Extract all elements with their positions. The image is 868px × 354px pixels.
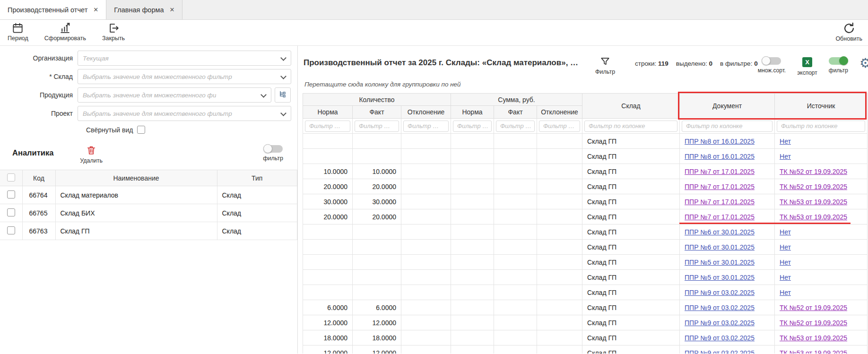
chevron-down-icon[interactable]: [260, 92, 267, 98]
quantity-group-header[interactable]: Количество: [303, 94, 451, 106]
document-link[interactable]: ППР №5 от 30.01.2025: [685, 259, 755, 266]
source-link[interactable]: Нет: [780, 153, 791, 160]
document-link[interactable]: ППР №7 от 17.01.2025: [685, 198, 755, 206]
document-link[interactable]: ППР №7 от 17.01.2025: [685, 168, 755, 175]
column-filter-input[interactable]: Фильтр …: [539, 121, 580, 132]
close-tab-icon[interactable]: ✕: [93, 6, 98, 13]
qty-fact-header[interactable]: Факт: [353, 106, 401, 119]
report-row[interactable]: Склад ГПППР №5 от 30.01.2025Нет: [303, 270, 868, 285]
document-link[interactable]: ППР №9 от 03.02.2025: [685, 289, 755, 296]
document-link[interactable]: ППР №9 от 03.02.2025: [685, 349, 755, 354]
source-link[interactable]: Нет: [780, 289, 791, 296]
report-row[interactable]: 30.000030.0000Склад ГПППР №7 от 17.01.20…: [303, 194, 868, 209]
column-filter-input[interactable]: Фильтр …: [403, 121, 449, 132]
report-row[interactable]: 18.000018.0000Склад ГПППР №9 от 03.02.20…: [303, 330, 868, 345]
delete-button[interactable]: Удалить: [80, 145, 103, 164]
chevron-down-icon[interactable]: [280, 110, 286, 116]
analytics-row[interactable]: 66765Склад БИХСклад: [0, 204, 297, 222]
column-filter-input[interactable]: Фильтр по колонке: [584, 121, 677, 132]
product-input[interactable]: Выбрать значение для множественного фи: [78, 87, 271, 103]
sum-fact-header[interactable]: Факт: [494, 106, 537, 119]
column-filter-input[interactable]: Фильтр …: [305, 121, 350, 132]
row-checkbox[interactable]: [7, 190, 15, 199]
gear-icon[interactable]: ⚙: [859, 57, 868, 69]
source-link[interactable]: ТК №52 от 19.09.2025: [780, 319, 847, 327]
type-header[interactable]: Тип: [217, 170, 297, 186]
sum-deviation-header[interactable]: Отклонение: [537, 106, 582, 119]
document-link[interactable]: ППР №9 от 03.02.2025: [685, 304, 755, 311]
document-column-header[interactable]: Документ: [680, 94, 775, 119]
column-filter-input[interactable]: Фильтр по колонке: [777, 121, 865, 132]
export-button[interactable]: X экспорт: [797, 57, 817, 76]
document-link[interactable]: ППР №9 от 03.02.2025: [685, 334, 755, 342]
close-tab-icon[interactable]: ✕: [170, 6, 175, 13]
report-row[interactable]: Склад ГПППР №8 от 16.01.2025Нет: [303, 149, 868, 164]
report-row[interactable]: Склад ГПППР №5 от 30.01.2025Нет: [303, 255, 868, 270]
organization-input[interactable]: Текущая: [78, 51, 291, 66]
sum-group-header[interactable]: Сумма, руб.: [451, 94, 582, 106]
source-link[interactable]: ТК №53 от 19.09.2025: [780, 213, 847, 221]
analytics-row[interactable]: 66764Склад материаловСклад: [0, 186, 297, 204]
source-link[interactable]: Нет: [780, 243, 791, 251]
document-link[interactable]: ППР №7 от 17.01.2025: [685, 213, 755, 221]
source-link[interactable]: ТК №53 от 19.09.2025: [780, 349, 847, 354]
warehouse-input[interactable]: Выбрать значение для множественного филь…: [78, 69, 291, 84]
source-link[interactable]: Нет: [780, 138, 791, 145]
hierarchy-select-button[interactable]: [275, 87, 291, 103]
report-row[interactable]: Склад ГПППР №8 от 16.01.2025Нет: [303, 134, 868, 149]
document-link[interactable]: ППР №5 от 30.01.2025: [685, 274, 755, 281]
document-link[interactable]: ППР №6 от 30.01.2025: [685, 228, 755, 236]
report-row[interactable]: 20.000020.0000Склад ГПППР №7 от 17.01.20…: [303, 179, 868, 194]
chevron-down-icon[interactable]: [280, 73, 286, 79]
refresh-button[interactable]: Обновить: [835, 22, 862, 42]
source-link[interactable]: ТК №53 от 19.09.2025: [780, 334, 847, 342]
select-all-checkbox[interactable]: [7, 173, 15, 181]
report-row[interactable]: 12.000012.0000Склад ГПППР №9 от 03.02.20…: [303, 345, 868, 354]
analytics-row[interactable]: 66763Склад ГПСклад: [0, 222, 297, 240]
tab-main-form[interactable]: Главная форма ✕: [106, 0, 182, 19]
collapsed-view-checkbox[interactable]: [137, 126, 145, 134]
report-row[interactable]: 10.000010.0000Склад ГПППР №7 от 17.01.20…: [303, 164, 868, 179]
source-link[interactable]: Нет: [780, 274, 791, 281]
report-row[interactable]: 12.000012.0000Склад ГПППР №9 от 03.02.20…: [303, 315, 868, 330]
column-filter-input[interactable]: Фильтр …: [453, 121, 492, 132]
warehouse-column-header[interactable]: Склад: [582, 94, 680, 119]
document-link[interactable]: ППР №6 от 30.01.2025: [685, 243, 755, 251]
project-input[interactable]: Выбрать значение для множественного филь…: [78, 106, 291, 121]
analytics-filter-toggle[interactable]: [264, 145, 283, 153]
source-link[interactable]: Нет: [780, 228, 791, 236]
report-row[interactable]: 6.00006.0000Склад ГПППР №9 от 03.02.2025…: [303, 300, 868, 315]
row-checkbox[interactable]: [7, 208, 15, 216]
period-button[interactable]: Период: [8, 22, 28, 42]
column-filter-input[interactable]: Фильтр …: [355, 121, 399, 132]
document-link[interactable]: ППР №8 от 16.01.2025: [685, 138, 755, 145]
close-button[interactable]: Закрыть: [102, 22, 125, 42]
chevron-down-icon[interactable]: [280, 55, 286, 61]
code-header[interactable]: Код: [22, 170, 55, 186]
report-row[interactable]: 20.000020.0000Склад ГПППР №7 от 17.01.20…: [303, 209, 868, 224]
filter-toggle[interactable]: [829, 57, 848, 65]
source-link[interactable]: Нет: [780, 259, 791, 266]
sum-norm-header[interactable]: Норма: [451, 106, 494, 119]
document-link[interactable]: ППР №7 от 17.01.2025: [685, 183, 755, 190]
column-filter-input[interactable]: Фильтр по колонке: [682, 121, 773, 132]
report-row[interactable]: Склад ГПППР №6 от 30.01.2025Нет: [303, 224, 868, 240]
source-link[interactable]: ТК №52 от 19.09.2025: [780, 183, 847, 190]
source-link[interactable]: ТК №53 от 19.09.2025: [780, 198, 847, 206]
tab-production-report[interactable]: Производственный отчет ✕: [0, 0, 106, 19]
multisort-toggle[interactable]: [762, 57, 781, 65]
report-row[interactable]: Склад ГПППР №9 от 03.02.2025Нет: [303, 285, 868, 300]
source-link[interactable]: ТК №52 от 19.09.2025: [780, 304, 847, 311]
column-filter-input[interactable]: Фильтр …: [496, 121, 535, 132]
filter-button[interactable]: Фильтр: [595, 53, 615, 75]
source-link[interactable]: ТК №52 от 19.09.2025: [780, 168, 847, 175]
report-row[interactable]: Склад ГПППР №6 от 30.01.2025Нет: [303, 240, 868, 255]
document-link[interactable]: ППР №8 от 16.01.2025: [685, 153, 755, 160]
generate-button[interactable]: Сформировать: [44, 22, 86, 42]
document-link[interactable]: ППР №9 от 03.02.2025: [685, 319, 755, 327]
source-column-header[interactable]: Источник: [775, 94, 868, 119]
name-header[interactable]: Наименование: [55, 170, 217, 186]
qty-deviation-header[interactable]: Отклонение: [401, 106, 451, 119]
qty-norm-header[interactable]: Норма: [303, 106, 353, 119]
row-checkbox[interactable]: [7, 226, 15, 234]
